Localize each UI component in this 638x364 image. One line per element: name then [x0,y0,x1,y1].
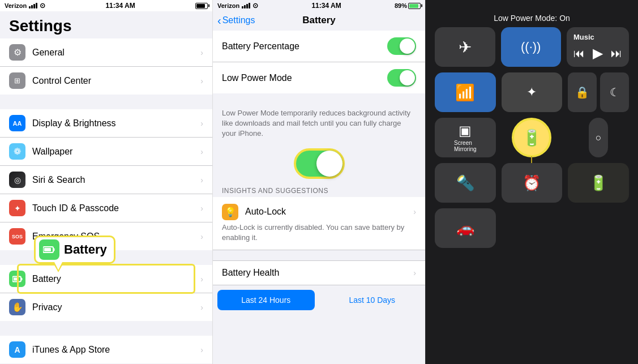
general-icon: ⚙ [9,44,25,61]
moon-tile[interactable]: ☾ [600,72,629,112]
battery-content: Battery Percentage Low Power Mode Low Po… [213,31,425,364]
siri-icon: ◎ [9,172,25,188]
p2-battery-bar [408,3,421,9]
battery-percentage-knob [400,38,415,54]
status-bar-panel3 [426,0,638,11]
section-general: ⚙ General ⊞ Control Center [0,38,212,95]
low-power-mode-knob [400,70,415,85]
autolock-row: 💡 Auto-Lock [222,204,416,220]
tab-last10[interactable]: Last 10 Days [324,290,421,310]
settings-item-general[interactable]: ⚙ General [0,38,212,67]
p2-battery-pct: 89% [395,2,407,9]
callout-arrow-inner [54,262,62,270]
itunes-chevron [200,345,203,354]
wifi-tile[interactable]: 📶 [435,72,496,112]
low-power-mode-label: Low Power Mode [222,73,387,83]
status-bar-panel2: Verizon ⊙ 11:34 AM 89% [213,0,425,11]
battery-panel-title: Battery [302,15,336,26]
battery-nav-header: ‹ Settings Battery [213,11,425,31]
toggle-section: Battery Percentage Low Power Mode [213,31,425,93]
separator-1 [0,99,212,109]
battery-callout-text: Battery [64,242,107,257]
settings-item-wallpaper[interactable]: ❁ Wallpaper [0,138,212,166]
battery-percentage-row[interactable]: Battery Percentage [213,31,425,62]
rotation-lock-icon: 🔒 [575,85,589,99]
fast-forward-button[interactable]: ⏭ [611,47,622,60]
big-toggle-container [213,148,425,179]
wallpaper-icon: ❁ [9,143,25,160]
privacy-icon: ✋ [9,299,25,315]
alarm-icon: ⏰ [523,174,541,192]
flashlight-tile[interactable]: 🔦 [435,163,496,203]
alarm-tile[interactable]: ⏰ [502,163,563,203]
p2-battery-status: 89% [395,2,421,9]
battery-percentage-label: Battery Percentage [222,41,387,52]
itunes-label: iTunes & App Store [32,345,198,355]
big-toggle-knob [316,151,342,177]
section-battery: Battery Battery ✋ Privacy [0,265,212,321]
display-label: Display & Brightness [32,118,198,129]
control-center-label: Control Center [32,76,198,86]
p2-bar-4 [249,3,250,8]
battery-percentage-toggle[interactable] [387,37,416,55]
battery-health-row[interactable]: Battery Health [213,260,425,285]
cc-row-4: 🔦 ⏰ 🔋 [426,163,638,203]
airplane-tile[interactable]: ✈ [435,27,495,67]
settings-item-touchid[interactable]: ✦ Touch ID & Passcode [0,194,212,222]
autolock-item[interactable]: 💡 Auto-Lock Auto-Lock is currently disab… [213,197,425,250]
control-center-panel: Low Power Mode: On ✈ ((·)) Music ⏮ ▶ ⏭ 📶… [425,0,638,364]
cellular-icon: ((·)) [521,40,541,54]
settings-item-battery[interactable]: Battery [0,265,212,293]
autolock-icon: 💡 [222,204,238,220]
low-power-desc: Low Power Mode temporarily reduces backg… [213,104,425,146]
cellular-tile[interactable]: ((·)) [501,27,562,67]
p2-battery-fill [409,4,418,8]
settings-item-privacy[interactable]: ✋ Privacy [0,293,212,321]
battery-callout-icon [39,239,59,260]
settings-item-itunes[interactable]: A iTunes & App Store [0,336,212,363]
svg-rect-2 [54,249,55,251]
low-power-mode-toggle[interactable] [387,69,416,87]
screen-mirroring-tile[interactable]: ▣ ScreenMirroring [435,118,496,157]
settings-item-control-center[interactable]: ⊞ Control Center [0,67,212,95]
autolock-label: Auto-Lock [245,207,411,217]
airplane-icon: ✈ [459,38,472,57]
wifi-cc-icon: 📶 [455,83,475,102]
battery2-tile[interactable]: 🔋 [568,163,629,203]
rotation-lock-tile[interactable]: 🔒 [568,72,597,112]
battery-circle-container: 🔋 [502,118,563,157]
svg-rect-5 [21,278,22,280]
wifi-icon: ⊙ [40,2,45,10]
separator-3 [0,326,212,336]
section-itunes: A iTunes & App Store [0,336,212,363]
insights-header: INSIGHTS AND SUGGESTIONS [213,183,425,197]
screen-mirroring-icon: ▣ [459,123,472,139]
wallpaper-chevron [200,147,203,156]
bluetooth-tile[interactable]: ✦ [502,72,563,112]
settings-title: Settings [0,11,212,38]
music-tile[interactable]: Music ⏮ ▶ ⏭ [567,27,629,67]
settings-item-display[interactable]: AA Display & Brightness [0,109,212,138]
volume-icon: ○ [596,132,602,144]
p2-signal-bars [242,3,250,8]
touchid-chevron [200,204,203,213]
touchid-label: Touch ID & Passcode [32,203,198,213]
cc-row-5: 🚗 [426,208,638,248]
car-tile[interactable]: 🚗 [435,208,496,248]
battery-chevron [200,275,203,284]
tab-last24[interactable]: Last 24 Hours [217,290,315,310]
cc-row-2: 📶 ✦ 🔒 ☾ [426,72,638,112]
moon-icon: ☾ [610,85,620,99]
settings-item-siri[interactable]: ◎ Siri & Search [0,166,212,194]
back-button[interactable]: ‹ Settings [217,14,255,27]
signal-bar-3 [33,4,35,8]
low-power-mode-row[interactable]: Low Power Mode [213,62,425,93]
volume-tile[interactable]: ○ [589,118,608,157]
signal-bars [29,3,37,8]
autolock-chevron [413,207,416,216]
rewind-button[interactable]: ⏮ [573,47,585,60]
play-button[interactable]: ▶ [593,45,603,61]
big-toggle[interactable] [294,148,345,179]
autolock-desc: Auto-Lock is currently disabled. You can… [222,222,416,243]
itunes-icon: A [9,341,25,358]
